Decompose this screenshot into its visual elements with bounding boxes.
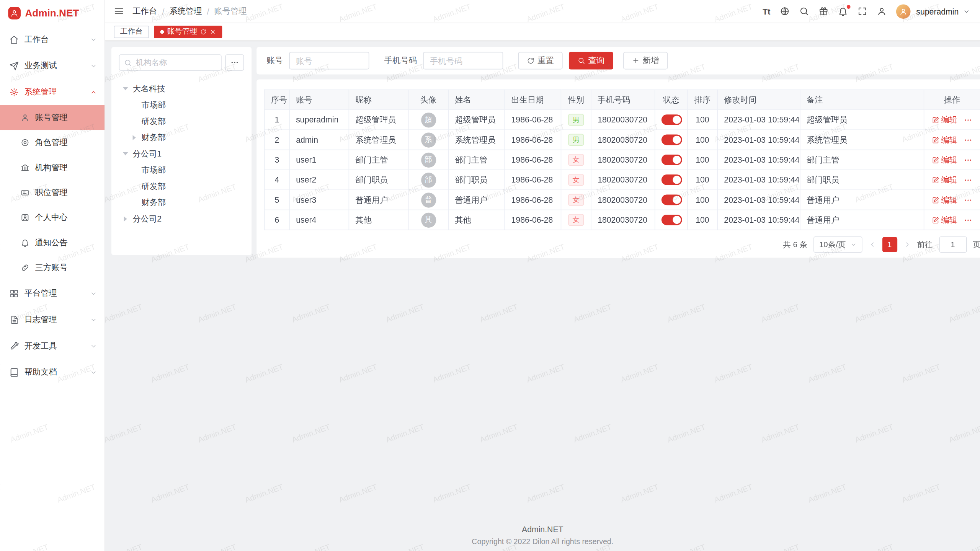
status-toggle[interactable] xyxy=(662,135,682,145)
status-toggle[interactable] xyxy=(662,174,682,185)
content: 大名科技市场部研发部财务部分公司1市场部研发部财务部分公司2 账号 手机号码 重… xyxy=(105,41,980,551)
sidebar-item-4[interactable]: 日志管理 xyxy=(0,306,105,333)
reset-button[interactable]: 重置 xyxy=(518,52,563,70)
column-header-9: 排序 xyxy=(688,90,717,110)
sidebar-subitem-2-0[interactable]: 账号管理 xyxy=(0,105,105,130)
row-more-button[interactable] xyxy=(964,176,972,184)
cell-phone: 18020030720 xyxy=(591,130,655,150)
font-size-icon[interactable]: Tt xyxy=(763,7,770,16)
sidebar-subitem-2-1[interactable]: 角色管理 xyxy=(0,130,105,155)
hamburger-icon[interactable] xyxy=(114,6,124,16)
bank-icon xyxy=(21,163,29,172)
status-toggle[interactable] xyxy=(662,155,682,165)
sidebar-subitem-2-3[interactable]: 职位管理 xyxy=(0,180,105,205)
gift-icon[interactable] xyxy=(818,6,828,16)
cell-gender: 女 xyxy=(561,150,591,170)
tree-node-5[interactable]: 市场部 xyxy=(119,162,244,178)
sidebar-subitem-2-5[interactable]: 通知公告 xyxy=(0,230,105,255)
sidebar-item-5[interactable]: 开发工具 xyxy=(0,333,105,359)
breadcrumb-separator: / xyxy=(162,7,164,16)
status-toggle[interactable] xyxy=(662,215,682,225)
tree-node-1[interactable]: 市场部 xyxy=(119,97,244,113)
sidebar-item-2[interactable]: 系统管理 xyxy=(0,79,105,105)
tree-node-8[interactable]: 分公司2 xyxy=(119,211,244,227)
account-input[interactable] xyxy=(289,52,369,70)
refresh-icon[interactable] xyxy=(200,28,206,34)
gender-badge: 女 xyxy=(568,214,584,226)
row-more-button[interactable] xyxy=(964,116,972,124)
add-button[interactable]: 新增 xyxy=(623,52,668,70)
user-avatar[interactable] xyxy=(896,4,911,19)
sidebar-item-3[interactable]: 平台管理 xyxy=(0,280,105,306)
breadcrumb-item[interactable]: 系统管理 xyxy=(169,6,202,17)
edit-button[interactable]: 编辑 xyxy=(932,154,957,165)
page-size-select[interactable]: 10条/页 xyxy=(813,236,862,253)
cell-name: 超级管理员 xyxy=(448,110,505,130)
person-icon[interactable] xyxy=(877,6,887,16)
tree-node-7[interactable]: 财务部 xyxy=(119,194,244,211)
search-icon[interactable] xyxy=(799,6,809,16)
next-page-button[interactable] xyxy=(903,241,911,248)
goto-unit-label: 页 xyxy=(973,239,980,250)
main-column: 账号 手机号码 重置 查询 新增 xyxy=(256,47,980,258)
cell-actions: 编辑 xyxy=(924,150,980,170)
edit-button[interactable]: 编辑 xyxy=(932,134,957,145)
logo: Admin.NET xyxy=(0,0,105,26)
gender-badge: 男 xyxy=(568,134,584,146)
sidebar-item-1[interactable]: 业务测试 xyxy=(0,52,105,79)
tree-more-button[interactable] xyxy=(225,54,244,71)
username[interactable]: superadmin xyxy=(916,7,959,16)
edit-button[interactable]: 编辑 xyxy=(932,174,957,185)
plus-icon xyxy=(632,57,640,65)
close-icon[interactable] xyxy=(210,28,216,34)
search-icon xyxy=(124,59,132,67)
tab-0[interactable]: 工作台 xyxy=(114,25,149,38)
switch-knob xyxy=(673,176,681,184)
tree-caret-icon[interactable] xyxy=(124,217,127,222)
tree-node-4[interactable]: 分公司1 xyxy=(119,146,244,162)
cell-status xyxy=(655,190,688,210)
prev-page-button[interactable] xyxy=(868,241,876,248)
sidebar-item-0[interactable]: 工作台 xyxy=(0,26,105,53)
org-search-input[interactable] xyxy=(119,54,222,71)
row-more-button[interactable] xyxy=(964,135,972,144)
row-more-button[interactable] xyxy=(964,215,972,224)
tab-1[interactable]: 账号管理 xyxy=(154,25,222,38)
filter-card: 账号 手机号码 重置 查询 新增 xyxy=(256,47,980,75)
status-toggle[interactable] xyxy=(662,114,682,125)
submenu-item-label: 角色管理 xyxy=(35,137,68,148)
tree-caret-icon[interactable] xyxy=(123,152,128,155)
tree-caret-icon[interactable] xyxy=(133,135,136,140)
fullscreen-icon[interactable] xyxy=(858,6,867,16)
sidebar-subitem-2-6[interactable]: 三方账号 xyxy=(0,255,105,280)
chevron-down-icon[interactable] xyxy=(963,8,970,15)
globe-icon[interactable] xyxy=(780,6,790,16)
sidebar-subitem-2-4[interactable]: 个人中心 xyxy=(0,205,105,230)
breadcrumb-item[interactable]: 工作台 xyxy=(133,6,157,17)
edit-button[interactable]: 编辑 xyxy=(932,194,957,205)
sidebar-item-6[interactable]: 帮助文档 xyxy=(0,359,105,385)
tree-caret-icon[interactable] xyxy=(123,87,128,90)
page-1-button[interactable]: 1 xyxy=(882,237,897,252)
table-row: 3user1部门主管部部门主管1986-06-28女18020030720100… xyxy=(265,150,980,170)
tree-node-2[interactable]: 研发部 xyxy=(119,113,244,130)
chevron-down-icon xyxy=(90,36,97,43)
phone-input[interactable] xyxy=(423,52,503,70)
cell-name: 系统管理员 xyxy=(448,130,505,150)
sidebar-subitem-2-2[interactable]: 机构管理 xyxy=(0,155,105,180)
row-more-button[interactable] xyxy=(964,196,972,204)
edit-button[interactable]: 编辑 xyxy=(932,214,957,225)
edit-button[interactable]: 编辑 xyxy=(932,114,957,125)
search-button[interactable]: 查询 xyxy=(569,52,613,70)
status-toggle[interactable] xyxy=(662,194,682,205)
footer: Admin.NET Copyright © 2022 Dilon All rig… xyxy=(105,525,980,546)
cell-phone: 18020030720 xyxy=(591,170,655,190)
cell-modified: 2023-01-03 10:59:44 xyxy=(717,190,800,210)
tree-node-0[interactable]: 大名科技 xyxy=(119,81,244,97)
bell-icon[interactable] xyxy=(838,6,848,16)
row-more-button[interactable] xyxy=(964,155,972,164)
tree-node-3[interactable]: 财务部 xyxy=(119,129,244,146)
goto-page-input[interactable] xyxy=(939,236,967,253)
tree-node-6[interactable]: 研发部 xyxy=(119,178,244,195)
cell-index: 5 xyxy=(265,190,289,210)
